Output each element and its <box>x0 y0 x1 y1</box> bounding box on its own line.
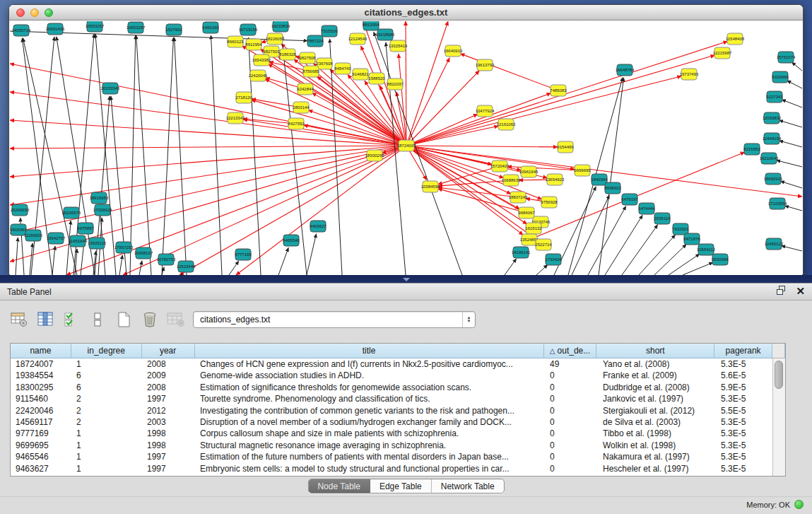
graph-node[interactable]: 8912954 <box>245 39 262 50</box>
cell-title[interactable]: Genome-wide association studies in ADHD. <box>195 370 545 381</box>
graph-node[interactable]: 16210643 <box>760 153 779 164</box>
graph-node[interactable]: 10654112 <box>697 244 716 255</box>
graph-node[interactable]: 20691406 <box>46 23 65 35</box>
column-header-in_degree[interactable]: in_degree <box>71 344 142 358</box>
cell-name[interactable]: 9115460 <box>11 393 71 404</box>
column-header-short[interactable]: short <box>596 344 714 358</box>
cell-short[interactable]: Tibbo et al. (1998) <box>598 428 716 439</box>
graph-node[interactable]: 9975887 <box>77 223 94 234</box>
reference-edge[interactable] <box>785 206 802 211</box>
cell-pagerank[interactable]: 5.3E-5 <box>716 463 774 474</box>
reference-edge[interactable] <box>130 35 136 275</box>
cell-title[interactable]: Estimation of significance thresholds fo… <box>195 382 545 393</box>
graph-node[interactable]: 9329966 <box>772 71 789 83</box>
citation-edge[interactable] <box>460 54 558 90</box>
graph-node[interactable]: 16033809 <box>271 21 290 32</box>
table-row[interactable]: 1938455462009Genome-wide association stu… <box>11 370 785 381</box>
graph-node[interactable]: 13505115 <box>88 238 107 249</box>
citation-edge[interactable] <box>10 146 406 177</box>
cell-out_degree[interactable]: 0 <box>545 393 598 404</box>
cell-short[interactable]: Nakamura et al. (1997) <box>598 451 716 462</box>
reference-edge[interactable] <box>211 35 222 275</box>
cell-out_degree[interactable]: 0 <box>545 405 598 416</box>
cell-name[interactable]: 18300295 <box>11 382 71 393</box>
graph-node[interactable]: 9242844 <box>297 83 314 95</box>
graph-node[interactable]: 6479197 <box>621 194 638 205</box>
float-panel-icon[interactable] <box>777 286 787 296</box>
graph-node[interactable]: 11451944 <box>69 235 88 247</box>
graph-node[interactable]: 13942757 <box>47 233 66 244</box>
cell-short[interactable]: Dudbridge et al. (2008) <box>598 382 716 393</box>
table-row[interactable]: 2242004622012Investigating the contribut… <box>11 405 785 416</box>
reference-edge[interactable] <box>374 32 462 275</box>
graph-node[interactable]: 19613793 <box>476 59 495 71</box>
reference-edge[interactable] <box>139 261 142 275</box>
graph-node[interactable]: 18807249 <box>509 192 528 203</box>
cell-in_degree[interactable]: 6 <box>71 382 142 393</box>
graph-node[interactable]: 15751074 <box>777 52 796 63</box>
reference-edge[interactable] <box>780 181 802 188</box>
cell-short[interactable]: Stergiakouli et al. (2012) <box>598 405 716 416</box>
reference-edge[interactable] <box>30 243 33 275</box>
reference-edge[interactable] <box>792 62 802 71</box>
graph-node[interactable]: 20153346 <box>101 83 120 94</box>
graph-node[interactable]: 19737493 <box>680 69 699 80</box>
reference-edge[interactable] <box>52 246 55 275</box>
reference-edge[interactable] <box>779 120 802 127</box>
column-header-name[interactable]: name <box>11 344 71 358</box>
network-canvas[interactable]: 1872400786601238912954182260589827503165… <box>10 21 802 275</box>
citation-edge[interactable] <box>406 41 728 146</box>
reference-edge[interactable] <box>777 160 802 167</box>
cell-out_degree[interactable]: 0 <box>545 463 598 474</box>
reference-edge[interactable] <box>505 259 517 275</box>
table-row[interactable]: 1872400712008Changes of HCN gene express… <box>11 358 785 370</box>
window-titlebar[interactable]: citations_edges.txt <box>9 5 803 21</box>
graph-node[interactable]: 13325419 <box>389 40 408 52</box>
graph-node[interactable]: 7485083 <box>550 85 567 96</box>
cell-short[interactable]: de Silva et al. (2003) <box>598 416 716 428</box>
cell-name[interactable]: 19384554 <box>11 370 71 381</box>
graph-node[interactable]: 26260650 <box>11 204 30 216</box>
citation-edge[interactable] <box>243 119 406 146</box>
graph-node[interactable]: 8822037 <box>387 78 404 90</box>
tab-network-table[interactable]: Network Table <box>432 479 504 493</box>
divider-handle[interactable] <box>403 278 410 281</box>
minimize-window-icon[interactable] <box>30 8 39 17</box>
graph-node[interactable]: 20206576 <box>62 207 81 218</box>
cell-pagerank[interactable]: 5.3E-5 <box>716 440 774 451</box>
table-row[interactable]: 977716911998Corpus callosum shape and si… <box>11 428 785 439</box>
table-row[interactable]: 946362711997Embryonic stem cells: a mode… <box>11 463 785 474</box>
graph-node[interactable]: 1588520 <box>368 73 385 84</box>
graph-node[interactable]: 24055724 <box>12 25 31 36</box>
scrollbar-thumb[interactable] <box>775 361 783 389</box>
graph-node[interactable]: 18226058 <box>266 33 285 45</box>
cell-title[interactable]: Disruption of a novel member of a sodium… <box>195 416 545 428</box>
citation-edge[interactable] <box>236 146 406 275</box>
citation-edge[interactable] <box>10 146 406 262</box>
cell-pagerank[interactable]: 5.3E-5 <box>716 451 774 462</box>
graph-node[interactable]: 2522714 <box>535 239 552 250</box>
graph-node[interactable]: 9684067 <box>518 207 535 218</box>
graph-node[interactable]: 9146821 <box>352 69 369 80</box>
reference-edge[interactable] <box>605 215 642 275</box>
cell-year[interactable]: 1998 <box>142 428 195 439</box>
cell-in_degree[interactable]: 2 <box>71 405 142 416</box>
graph-node[interactable]: 9756928 <box>541 197 558 208</box>
reference-edge[interactable] <box>782 246 802 251</box>
graph-node[interactable]: 9827508 <box>299 52 316 64</box>
graph-node[interactable]: 9463627 <box>310 221 326 232</box>
graph-node[interactable]: 10553257 <box>86 21 105 32</box>
graph-node[interactable]: 2935114 <box>654 213 671 224</box>
graph-node[interactable]: 14196141 <box>512 247 531 258</box>
citation-edge[interactable] <box>406 146 558 147</box>
graph-node[interactable]: 16648784 <box>616 64 635 76</box>
graph-node[interactable]: 12444154 <box>763 133 782 144</box>
cell-out_degree[interactable]: 0 <box>545 416 598 428</box>
cell-out_degree[interactable]: 49 <box>545 358 598 370</box>
citation-edge[interactable] <box>10 146 406 205</box>
cell-short[interactable]: Hescheler et al. (1997) <box>598 463 716 474</box>
cell-title[interactable]: Corpus callosum shape and size in male p… <box>195 428 545 439</box>
reference-edge[interactable] <box>16 238 18 275</box>
reference-edge[interactable] <box>622 225 658 275</box>
column-settings-button[interactable] <box>8 310 30 329</box>
